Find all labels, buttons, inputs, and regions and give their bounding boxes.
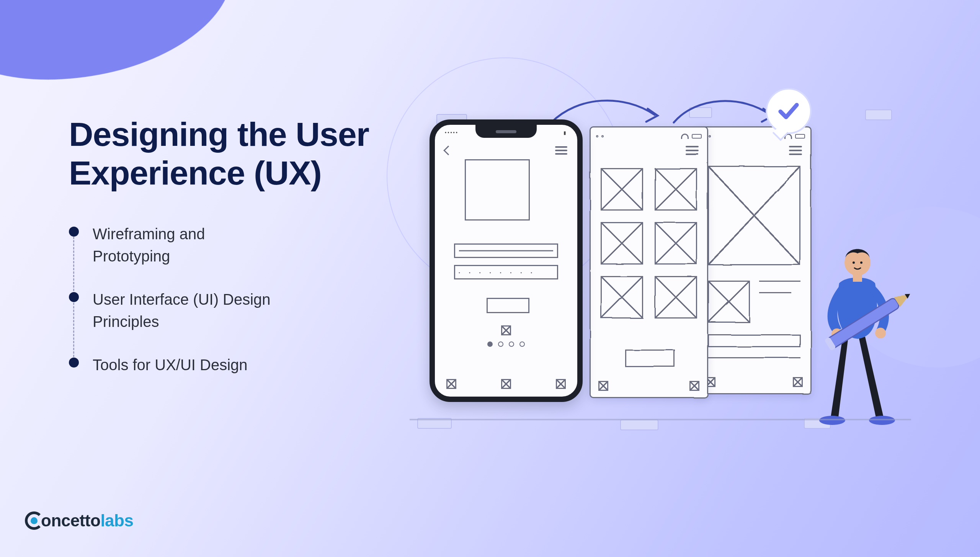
image-placeholder (465, 159, 530, 221)
image-placeholder-icon (655, 222, 697, 265)
image-placeholder-icon (655, 168, 697, 211)
phone-mockup: •••••▮ • • • • • • • • (430, 119, 583, 402)
image-placeholder-icon (655, 276, 697, 319)
nav-placeholder-icon (793, 377, 803, 387)
wireframe-panel-2 (590, 126, 708, 398)
image-placeholder-icon (601, 276, 643, 319)
button-placeholder (625, 350, 675, 367)
decorative-blob-top-left (0, 0, 247, 105)
logo-c-icon (25, 511, 43, 530)
image-placeholder-icon (601, 168, 643, 211)
pagination-dots (487, 341, 525, 347)
floor-line (410, 419, 911, 420)
bullet-item: Tools for UX/UI Design (69, 354, 283, 376)
logo-text-part2: labs (100, 511, 133, 530)
svg-point-11 (853, 261, 855, 264)
nav-placeholder-icon (446, 379, 456, 389)
text-line-placeholder (759, 292, 791, 293)
svg-point-0 (819, 416, 845, 425)
checkmark-bubble (766, 88, 812, 134)
image-placeholder-icon (708, 166, 800, 265)
svg-point-3 (875, 328, 886, 338)
back-icon (443, 145, 453, 155)
designer-person-illustration (812, 237, 911, 425)
thumbnail-grid (601, 168, 697, 319)
bullet-item: User Interface (UI) Design Principles (69, 288, 283, 354)
logo-bulb-icon (31, 517, 38, 524)
bullet-list: Wireframing and Prototyping User Interfa… (69, 223, 413, 376)
password-dots: • • • • • • • • (459, 270, 536, 275)
wireframe-illustration: •••••▮ • • • • • • • • (421, 103, 926, 425)
text-line-placeholder (759, 281, 800, 282)
svg-point-1 (869, 416, 895, 425)
menu-icon (686, 146, 699, 155)
decorative-chip (865, 109, 892, 120)
button-placeholder (708, 334, 800, 347)
bottom-nav-placeholder (446, 379, 566, 389)
phone-status-bar: •••••▮ (445, 130, 567, 137)
checkmark-icon (776, 99, 801, 123)
bullet-item: Wireframing and Prototyping (69, 223, 283, 288)
svg-point-12 (860, 261, 862, 264)
divider-placeholder (708, 357, 800, 358)
nav-placeholder-icon (501, 379, 511, 389)
text-column: Designing the User Experience (UX) Wiref… (69, 115, 413, 376)
image-placeholder-icon (708, 281, 750, 323)
image-placeholder-icon (601, 222, 643, 265)
menu-icon (555, 146, 567, 155)
text-field-placeholder (454, 243, 558, 258)
button-placeholder (487, 298, 529, 313)
checkbox-placeholder-icon (501, 325, 511, 335)
brand-logo: oncettolabs (25, 511, 133, 530)
menu-icon (789, 146, 802, 155)
decorative-chip (620, 420, 658, 430)
nav-placeholder-icon (689, 381, 699, 391)
logo-text-part1: oncetto (41, 511, 100, 530)
nav-placeholder-icon (598, 381, 608, 391)
nav-placeholder-icon (556, 379, 566, 389)
page-title: Designing the User Experience (UX) (69, 115, 413, 192)
wireframe-panel-3 (697, 126, 812, 394)
